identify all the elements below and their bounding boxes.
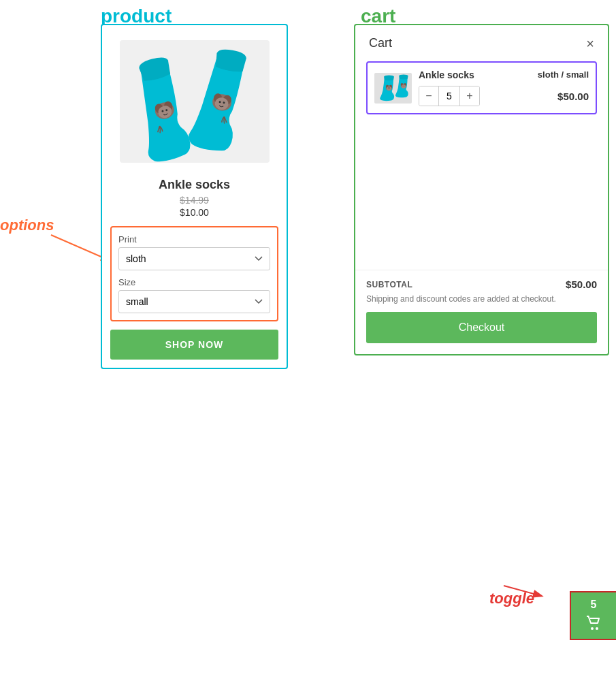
line-item-thumbnail: [374, 73, 412, 104]
shipping-note: Shipping and discount codes are added at…: [366, 294, 597, 304]
subtotal-row: SUBTOTAL $50.00: [366, 279, 597, 290]
line-item-sock-svg: [374, 73, 412, 104]
subtotal-value: $50.00: [566, 279, 597, 290]
svg-point-25: [402, 84, 406, 88]
toggle-cart-button[interactable]: 5: [570, 591, 616, 640]
line-item: Ankle socks sloth / small − + $50.00: [366, 61, 597, 114]
cart-footer: SUBTOTAL $50.00 Shipping and discount co…: [355, 270, 608, 354]
line-item-details: Ankle socks sloth / small − + $50.00: [419, 69, 589, 106]
svg-point-26: [403, 85, 404, 86]
quantity-control: − +: [419, 86, 480, 106]
cart-icon: [584, 614, 603, 633]
subtotal-label: SUBTOTAL: [366, 280, 412, 289]
print-select[interactable]: sloth bear fox penguin: [118, 247, 270, 270]
line-item-variant: sloth / small: [538, 69, 589, 80]
quantity-input[interactable]: [438, 86, 460, 106]
options-annotation: options: [0, 217, 54, 234]
shop-now-button[interactable]: SHOP NOW: [110, 330, 278, 360]
quantity-increase-button[interactable]: +: [460, 86, 479, 106]
svg-point-21: [389, 87, 390, 88]
cart-title: Cart: [369, 36, 392, 50]
svg-point-20: [388, 87, 389, 88]
cart-panel: Cart ×: [354, 24, 609, 355]
svg-point-30: [596, 627, 598, 630]
socks-svg: [120, 40, 270, 163]
product-name: Ankle socks: [110, 178, 278, 192]
toggle-arrow: [500, 575, 555, 603]
cart-header: Cart ×: [355, 25, 608, 61]
size-label: Size: [118, 277, 270, 287]
svg-point-19: [387, 86, 391, 91]
svg-point-29: [591, 627, 594, 630]
checkout-button[interactable]: Checkout: [366, 312, 597, 343]
size-select[interactable]: small medium large x-large: [118, 290, 270, 313]
print-label: Print: [118, 234, 270, 244]
svg-point-27: [404, 85, 404, 86]
product-card: Ankle socks $14.99 $10.00 Print sloth be…: [101, 24, 288, 369]
line-item-price: $50.00: [557, 91, 589, 102]
cart-body: SUBTOTAL $50.00 Shipping and discount co…: [355, 123, 608, 354]
cart-close-button[interactable]: ×: [586, 37, 594, 50]
product-image: [110, 33, 278, 170]
product-price-sale: $10.00: [110, 207, 278, 218]
cart-count-badge: 5: [591, 599, 597, 611]
product-price-original: $14.99: [110, 195, 278, 206]
line-item-bottom-row: − + $50.00: [419, 86, 589, 106]
quantity-decrease-button[interactable]: −: [419, 86, 438, 106]
product-options-box: Print sloth bear fox penguin Size small …: [110, 226, 278, 321]
line-item-name: Ankle socks: [419, 69, 474, 80]
line-item-top-row: Ankle socks sloth / small: [419, 69, 589, 82]
